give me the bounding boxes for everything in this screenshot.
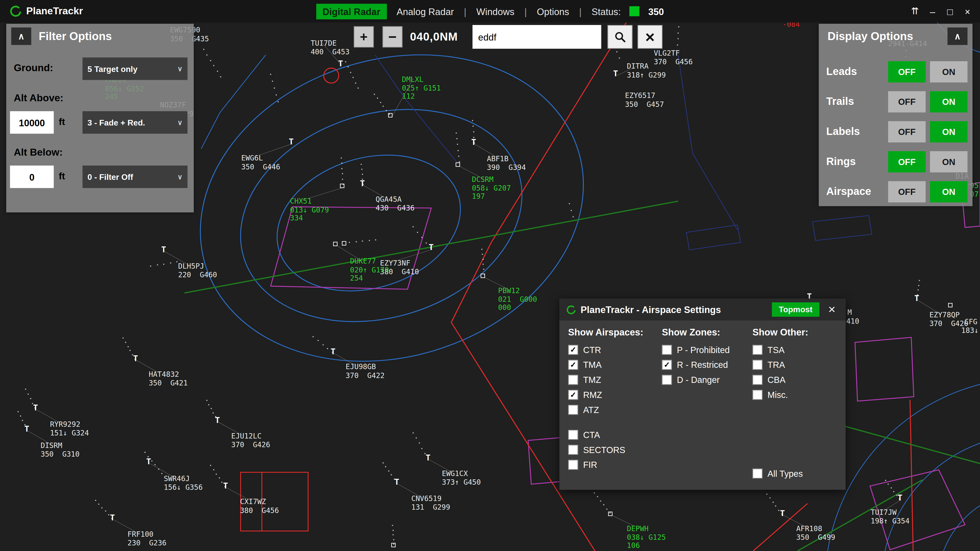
checkbox-atz[interactable] <box>568 405 578 415</box>
checkbox-ctr[interactable]: ✓ <box>568 345 578 355</box>
close-button[interactable]: × <box>959 3 977 20</box>
search-icon <box>614 31 626 43</box>
bring-to-front-button[interactable]: ⇈ <box>906 3 924 20</box>
collapse-display-button[interactable]: ∧ <box>948 27 967 45</box>
trails-off-button[interactable]: OFF <box>888 91 926 113</box>
dialog-titlebar[interactable]: PlaneTrackr - Airspace Settings Topmost … <box>559 299 846 321</box>
alt-above-mode-value: 3 - Fade + Red. <box>88 118 145 127</box>
menu-separator: | <box>464 6 466 17</box>
dialog-title: PlaneTrackr - Airspace Settings <box>581 304 767 315</box>
leads-on-button[interactable]: ON <box>930 61 967 83</box>
menu-item-options[interactable]: Options <box>531 3 576 19</box>
checkbox-r-restriced[interactable]: ✓ <box>662 360 672 370</box>
menu-item-windows[interactable]: Windows <box>470 3 520 19</box>
maximize-button[interactable]: □ <box>941 3 959 20</box>
checkbox-label-misc-: Misc. <box>767 390 788 400</box>
search-button[interactable] <box>608 25 632 49</box>
airspace-off-button[interactable]: OFF <box>888 181 926 202</box>
checkbox-tmz[interactable] <box>568 375 578 385</box>
checkbox-misc-[interactable] <box>752 390 762 400</box>
labels-off-button[interactable]: OFF <box>888 121 926 142</box>
checkbox-row-ctr: ✓CTR <box>568 345 653 355</box>
close-icon[interactable]: × <box>824 302 839 317</box>
airspace-on-button[interactable]: ON <box>930 181 967 202</box>
checkbox-row-cba: CBA <box>752 375 837 385</box>
zoom-out-button[interactable]: − <box>383 26 402 48</box>
checkbox-all-types[interactable] <box>752 468 762 478</box>
chevron-down-icon: ∨ <box>177 65 183 73</box>
checkbox-cba[interactable] <box>752 375 762 385</box>
checkbox-label-tma: TMA <box>583 360 601 370</box>
checkbox-tma[interactable]: ✓ <box>568 360 578 370</box>
alt-below-input[interactable] <box>10 165 54 188</box>
alt-above-mode-select[interactable]: 3 - Fade + Red.∨ <box>83 111 187 134</box>
checkbox-p-prohibited[interactable] <box>662 345 672 355</box>
ground-select[interactable]: 5 Target only∨ <box>83 57 187 80</box>
display-row-labels: LabelsOFFON <box>826 121 967 142</box>
labels-on-button[interactable]: ON <box>930 121 967 142</box>
checkbox-fir[interactable] <box>568 460 578 470</box>
menu-item-analog-radar[interactable]: Analog Radar <box>390 3 460 19</box>
dialog-column-0: Show Airspaces:✓CTR✓TMATMZ✓RMZATZCTASECT… <box>568 327 653 484</box>
display-row-airspace: AirspaceOFFON <box>826 181 967 202</box>
labels-label: Labels <box>826 125 884 138</box>
checkbox-label-all-types: All Types <box>767 468 803 478</box>
checkbox-label-fir: FIR <box>583 460 597 470</box>
checkbox-tra[interactable] <box>752 360 762 370</box>
checkbox-label-tsa: TSA <box>767 345 784 355</box>
display-options-panel: Display Options ∧ LeadsOFFONTrailsOFFONL… <box>819 24 972 206</box>
checkbox-d-danger[interactable] <box>662 375 672 385</box>
display-toggle-rows: LeadsOFFONTrailsOFFONLabelsOFFONRingsOFF… <box>819 61 972 202</box>
ground-label: Ground: <box>14 62 53 74</box>
topmost-button[interactable]: Topmost <box>772 302 819 317</box>
collapse-filter-button[interactable]: ∧ <box>11 27 31 45</box>
checkbox-row-atz: ATZ <box>568 405 653 415</box>
search-input[interactable] <box>473 25 601 49</box>
checkbox-row-sectors: SECTORS <box>568 445 653 455</box>
rings-label: Rings <box>826 156 884 168</box>
leads-label: Leads <box>826 65 884 78</box>
alt-above-unit: ft <box>59 116 65 127</box>
rings-on-button[interactable]: ON <box>930 151 967 172</box>
alt-above-input[interactable] <box>10 111 54 134</box>
menu-items: Digital RadarAnalog Radar|Windows|Option… <box>316 3 582 19</box>
checkbox-tsa[interactable] <box>752 345 762 355</box>
dialog-column-2: Show Other:TSATRACBAMisc.All Types <box>752 327 837 484</box>
minimize-button[interactable]: – <box>924 3 942 20</box>
checkbox-row-rmz: ✓RMZ <box>568 390 653 400</box>
display-row-leads: LeadsOFFON <box>826 61 967 83</box>
airspace-label: Airspace <box>826 186 884 198</box>
window-controls: ⇈ – □ × <box>906 0 976 22</box>
checkbox-rmz[interactable]: ✓ <box>568 390 578 400</box>
column-header-1: Show Zones: <box>662 327 744 338</box>
menu-item-digital-radar[interactable]: Digital Radar <box>316 3 387 19</box>
checkbox-cta[interactable] <box>568 430 578 440</box>
column-header-2: Show Other: <box>752 327 837 338</box>
checkbox-row-tma: ✓TMA <box>568 360 653 370</box>
titlebar: PlaneTrackr Digital RadarAnalog Radar|Wi… <box>0 0 980 22</box>
checkbox-row-tra: TRA <box>752 360 837 370</box>
alt-below-mode-value: 0 - Filter Off <box>88 172 133 182</box>
checkbox-sectors[interactable] <box>568 445 578 455</box>
checkbox-label-p-prohibited: P - Prohibited <box>677 345 730 355</box>
menu-separator: | <box>525 6 527 17</box>
alt-below-mode-select[interactable]: 0 - Filter Off∨ <box>83 165 187 188</box>
display-panel-title: Display Options <box>827 30 940 43</box>
app-logo-icon <box>566 305 576 314</box>
clear-search-button[interactable]: × <box>638 25 662 49</box>
filter-panel-title: Filter Options <box>39 30 189 43</box>
rings-off-button[interactable]: OFF <box>888 151 926 172</box>
airspace-settings-dialog: PlaneTrackr - Airspace Settings Topmost … <box>559 299 846 490</box>
app-title: PlaneTrackr <box>26 6 83 17</box>
alt-above-label: Alt Above: <box>14 92 63 103</box>
checkbox-row-fir: FIR <box>568 460 653 470</box>
checkbox-row-all-types: All Types <box>752 468 837 478</box>
range-display: 040,0NM <box>410 30 458 44</box>
leads-off-button[interactable]: OFF <box>888 61 926 83</box>
chevron-down-icon: ∨ <box>177 173 183 181</box>
checkbox-label-atz: ATZ <box>583 405 599 415</box>
trails-on-button[interactable]: ON <box>930 91 967 113</box>
checkbox-row-misc-: Misc. <box>752 390 837 400</box>
display-row-rings: RingsOFFON <box>826 151 967 172</box>
zoom-in-button[interactable]: + <box>354 26 374 48</box>
